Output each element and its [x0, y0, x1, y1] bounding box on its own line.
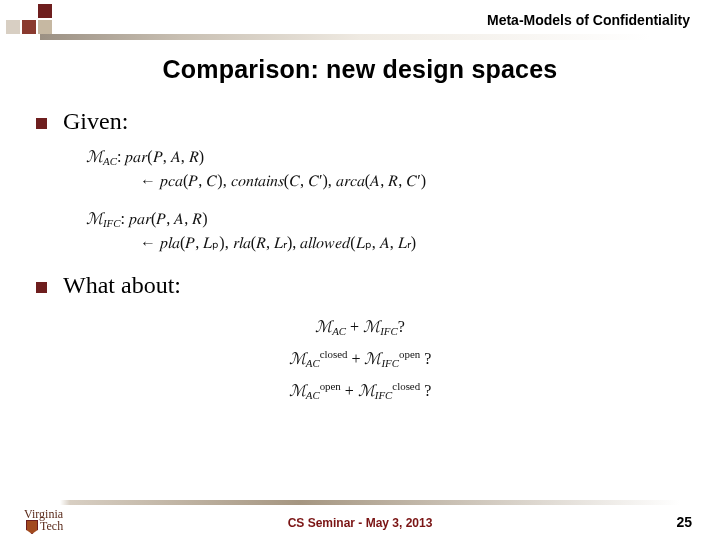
subscript: AC: [332, 325, 346, 337]
superscript: closed: [392, 380, 420, 392]
qmark: ?: [424, 350, 431, 367]
formula-line: ← 𝑝𝑙𝑎(𝑃, 𝐿ₚ), 𝑟𝑙𝑎(𝑅, 𝐿ᵣ), 𝑎𝑙𝑙𝑜𝑤𝑒𝑑(𝐿ₚ, 𝐴,…: [86, 231, 684, 254]
bullet-text: Given:: [63, 108, 128, 135]
subscript: AC: [103, 155, 117, 167]
formula-line: ℳACopen + ℳIFCclosed ?: [36, 375, 684, 407]
formula-text: 𝑝𝑙𝑎(𝑃, 𝐿ₚ), 𝑟𝑙𝑎(𝑅, 𝐿ᵣ), 𝑎𝑙𝑙𝑜𝑤𝑒𝑑(𝐿ₚ, 𝐴, 𝐿…: [160, 234, 416, 251]
formula-text: : 𝑝𝑎𝑟(𝑃, 𝐴, 𝑅): [121, 210, 208, 227]
header-bar: Meta-Models of Confidentiality: [0, 0, 720, 44]
footer-rule: [0, 500, 720, 505]
bullet-what-about: What about:: [36, 272, 684, 299]
formula-mifc: ℳIFC: 𝑝𝑎𝑟(𝑃, 𝐴, 𝑅) ← 𝑝𝑙𝑎(𝑃, 𝐿ₚ), 𝑟𝑙𝑎(𝑅, …: [86, 207, 684, 255]
subscript: IFC: [380, 325, 398, 337]
slide-title: Comparison: new design spaces: [0, 55, 720, 84]
script-m-icon: ℳ: [315, 318, 332, 335]
subscript: IFC: [103, 216, 121, 228]
slide: Meta-Models of Confidentiality Compariso…: [0, 0, 720, 540]
superscript: closed: [320, 348, 348, 360]
superscript: open: [320, 380, 341, 392]
script-m-icon: ℳ: [358, 382, 375, 399]
script-m-icon: ℳ: [289, 382, 306, 399]
header-topic: Meta-Models of Confidentiality: [487, 12, 690, 28]
formula-line: ℳAC: 𝑝𝑎𝑟(𝑃, 𝐴, 𝑅): [86, 145, 684, 169]
script-m-icon: ℳ: [363, 318, 380, 335]
arrow-icon: ←: [140, 234, 156, 251]
arrow-icon: ←: [140, 172, 156, 189]
header-rule: [0, 34, 720, 40]
superscript: open: [399, 348, 420, 360]
formula-text: 𝑝𝑐𝑎(𝑃, 𝐶), 𝑐𝑜𝑛𝑡𝑎𝑖𝑛𝑠(𝐶, 𝐶′), 𝑎𝑟𝑐𝑎(𝐴, 𝑅, 𝐶…: [160, 172, 426, 189]
formula-text: : 𝑝𝑎𝑟(𝑃, 𝐴, 𝑅): [117, 148, 204, 165]
formula-line: ℳAC + ℳIFC?: [36, 311, 684, 343]
formula-line: ℳIFC: 𝑝𝑎𝑟(𝑃, 𝐴, 𝑅): [86, 207, 684, 231]
corner-motif: [6, 4, 52, 34]
script-m-icon: ℳ: [289, 350, 306, 367]
subscript: IFC: [381, 357, 399, 369]
square-bullet-icon: [36, 118, 47, 129]
bullet-given: Given:: [36, 108, 684, 135]
script-m-icon: ℳ: [86, 210, 103, 227]
plus-icon: +: [346, 318, 363, 335]
footer-bar: Virginia Tech CS Seminar - May 3, 2013 2…: [0, 500, 720, 540]
formula-line: ℳACclosed + ℳIFCopen ?: [36, 343, 684, 375]
slide-body: Given: ℳAC: 𝑝𝑎𝑟(𝑃, 𝐴, 𝑅) ← 𝑝𝑐𝑎(𝑃, 𝐶), 𝑐𝑜…: [36, 100, 684, 480]
formula-combinations: ℳAC + ℳIFC? ℳACclosed + ℳIFCopen ? ℳACop…: [36, 311, 684, 407]
formula-mac: ℳAC: 𝑝𝑎𝑟(𝑃, 𝐴, 𝑅) ← 𝑝𝑐𝑎(𝑃, 𝐶), 𝑐𝑜𝑛𝑡𝑎𝑖𝑛𝑠(…: [86, 145, 684, 193]
plus-icon: +: [347, 350, 364, 367]
subscript: IFC: [375, 389, 393, 401]
formula-line: ← 𝑝𝑐𝑎(𝑃, 𝐶), 𝑐𝑜𝑛𝑡𝑎𝑖𝑛𝑠(𝐶, 𝐶′), 𝑎𝑟𝑐𝑎(𝐴, 𝑅,…: [86, 169, 684, 192]
qmark: ?: [424, 382, 431, 399]
script-m-icon: ℳ: [364, 350, 381, 367]
subscript: AC: [306, 389, 320, 401]
bullet-text: What about:: [63, 272, 181, 299]
script-m-icon: ℳ: [86, 148, 103, 165]
subscript: AC: [306, 357, 320, 369]
footer-center-text: CS Seminar - May 3, 2013: [0, 516, 720, 530]
qmark: ?: [398, 318, 405, 335]
plus-icon: +: [341, 382, 358, 399]
page-number: 25: [676, 514, 692, 530]
square-bullet-icon: [36, 282, 47, 293]
